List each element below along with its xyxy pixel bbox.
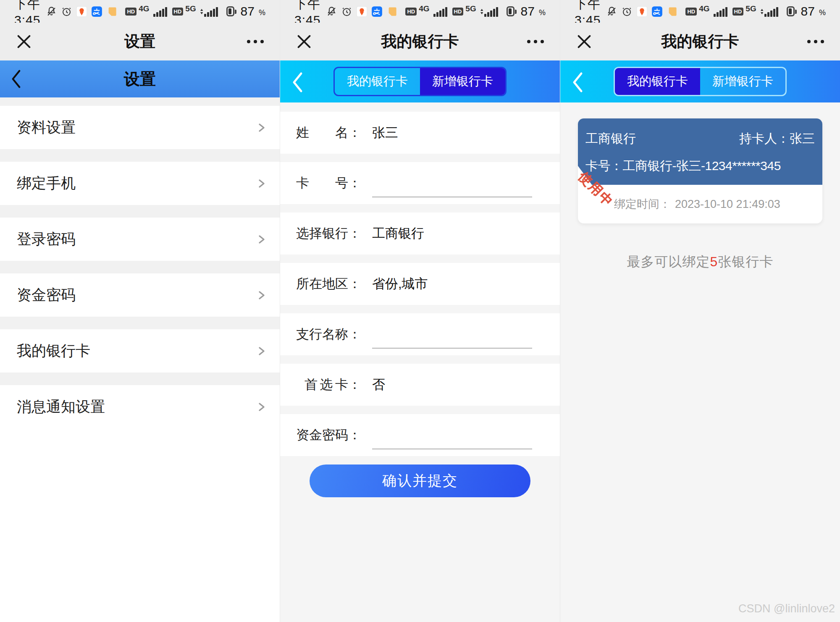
- window-title-bar: 我的银行卡: [560, 23, 840, 60]
- card-holder: 持卡人：张三: [739, 130, 815, 147]
- close-icon[interactable]: [576, 34, 592, 50]
- signal-bars-icon: [433, 6, 449, 17]
- battery-icon: [226, 6, 234, 16]
- chevron-right-icon: [256, 401, 267, 413]
- hd-badge: HD: [125, 8, 136, 16]
- percent-sign: %: [259, 8, 265, 17]
- signal-bars-icon: [153, 6, 168, 17]
- more-menu-icon[interactable]: [527, 40, 544, 43]
- battery-percent: 87: [521, 4, 535, 18]
- chevron-right-icon: [256, 289, 267, 302]
- chevron-right-icon: [256, 345, 267, 357]
- card-nav-bar: 我的银行卡 新增银行卡: [280, 60, 560, 102]
- max-cards-hint: 最多可以绑定5张银行卡: [560, 253, 840, 271]
- tab-add-bank-card[interactable]: 新增银行卡: [700, 68, 785, 95]
- percent-sign: %: [819, 8, 826, 17]
- card-tabs: 我的银行卡 新增银行卡: [333, 67, 507, 96]
- tab-add-bank-card[interactable]: 新增银行卡: [420, 68, 505, 95]
- map-pin-app-icon: [356, 6, 368, 17]
- settings-nav-bar: 设置: [0, 60, 280, 97]
- battery-icon: [787, 6, 795, 16]
- close-icon[interactable]: [296, 34, 312, 50]
- back-icon[interactable]: [10, 69, 22, 89]
- battery-percent: 87: [241, 4, 255, 18]
- signal-bars-arrows-icon: [200, 6, 218, 17]
- alipay-icon: [371, 6, 383, 17]
- hd-badge: HD: [172, 8, 184, 16]
- phone-screen-add-card: 下午3:45 HD 4G HD 5G 87 % 我的银行卡 我的银行卡: [280, 0, 560, 622]
- map-pin-app-icon: [636, 6, 648, 17]
- max-card-count: 5: [710, 254, 718, 269]
- form-row-preferred-card[interactable]: 首选卡： 否: [280, 364, 560, 406]
- network-5g-label: 5G: [465, 4, 476, 13]
- bind-time-row: 绑定时间：2023-10-10 21:49:03: [578, 185, 822, 223]
- page-title: 设置: [124, 68, 156, 90]
- settings-list: 资料设置 绑定手机 登录密码 资金密码 我的银行卡 消息通知设置: [0, 97, 280, 428]
- add-card-form: 姓名： 张三 卡号： 选择银行： 工商银行 所在地区： 省份,城市 支行名称： …: [280, 102, 560, 497]
- signal-bars-arrows-icon: [760, 6, 779, 17]
- watermark: CSDN @linlinlove2: [738, 602, 835, 615]
- signal-bars-icon: [714, 6, 729, 17]
- more-menu-icon[interactable]: [807, 40, 824, 43]
- alipay-icon: [651, 6, 663, 17]
- card-nav-bar: 我的银行卡 新增银行卡: [560, 60, 840, 102]
- tab-my-bank-cards[interactable]: 我的银行卡: [335, 68, 420, 95]
- region-picker-value[interactable]: 省份,城市: [372, 275, 428, 293]
- alarm-clock-icon: [341, 6, 352, 17]
- tab-my-bank-cards[interactable]: 我的银行卡: [615, 68, 700, 95]
- sidebar-item-login-password[interactable]: 登录密码: [0, 218, 280, 261]
- battery-icon: [507, 6, 514, 16]
- screenshot-canvas: 下午3:45 HD 4G HD 5G 87 % 设置 设置: [0, 0, 840, 622]
- bell-muted-icon: [606, 6, 617, 17]
- percent-sign: %: [539, 8, 546, 17]
- bell-muted-icon: [46, 6, 57, 17]
- card-number-input[interactable]: [372, 181, 532, 197]
- preferred-card-value[interactable]: 否: [372, 376, 385, 394]
- hd-badge: HD: [685, 8, 697, 16]
- alipay-icon: [91, 6, 102, 17]
- window-title-bar: 设置: [0, 23, 280, 60]
- window-title: 我的银行卡: [381, 31, 459, 52]
- network-4g-label: 4G: [419, 4, 429, 13]
- form-row-region[interactable]: 所在地区： 省份,城市: [280, 263, 560, 305]
- form-row-funds-password: 资金密码：: [280, 414, 560, 456]
- form-row-branch-name: 支行名称：: [280, 313, 560, 355]
- status-bar: 下午3:45 HD 4G HD 5G 87 %: [560, 0, 840, 23]
- sidebar-item-bind-phone[interactable]: 绑定手机: [0, 162, 280, 205]
- form-row-select-bank[interactable]: 选择银行： 工商银行: [280, 213, 560, 255]
- hd-badge: HD: [732, 8, 744, 16]
- bank-name: 工商银行: [585, 130, 636, 147]
- alarm-clock-icon: [61, 6, 72, 17]
- bank-card-header: 工商银行 持卡人：张三 卡号：工商银行-张三-1234******345: [578, 118, 822, 185]
- card-number: 卡号：工商银行-张三-1234******345: [585, 157, 815, 175]
- battery-percent: 87: [801, 4, 815, 18]
- alarm-clock-icon: [621, 6, 633, 17]
- signal-bars-arrows-icon: [480, 6, 499, 17]
- network-4g-label: 4G: [699, 4, 709, 13]
- status-bar: 下午3:45 HD 4G HD 5G 87 %: [0, 0, 280, 23]
- chevron-right-icon: [256, 233, 267, 246]
- network-4g-label: 4G: [139, 4, 149, 13]
- note-icon: [386, 6, 398, 17]
- form-row-name: 姓名： 张三: [280, 112, 560, 154]
- window-title: 我的银行卡: [662, 31, 739, 52]
- bank-picker-value[interactable]: 工商银行: [372, 225, 424, 242]
- funds-password-input[interactable]: [372, 433, 532, 449]
- window-title: 设置: [124, 31, 155, 52]
- sidebar-item-funds-password[interactable]: 资金密码: [0, 273, 280, 317]
- more-menu-icon[interactable]: [247, 40, 264, 43]
- sidebar-item-profile-settings[interactable]: 资料设置: [0, 106, 280, 149]
- network-5g-label: 5G: [185, 4, 196, 13]
- close-icon[interactable]: [16, 34, 32, 50]
- back-icon[interactable]: [291, 71, 304, 93]
- submit-button[interactable]: 确认并提交: [310, 465, 530, 497]
- phone-screen-my-cards: 下午3:45 HD 4G HD 5G 87 % 我的银行卡 我的银行卡: [560, 0, 840, 622]
- back-icon[interactable]: [571, 71, 584, 93]
- sidebar-item-notification-settings[interactable]: 消息通知设置: [0, 385, 280, 428]
- hd-badge: HD: [452, 8, 464, 16]
- branch-name-input[interactable]: [372, 333, 532, 349]
- network-5g-label: 5G: [746, 4, 756, 13]
- sidebar-item-my-bank-cards[interactable]: 我的银行卡: [0, 329, 280, 373]
- chevron-right-icon: [256, 177, 267, 190]
- map-pin-app-icon: [76, 6, 87, 17]
